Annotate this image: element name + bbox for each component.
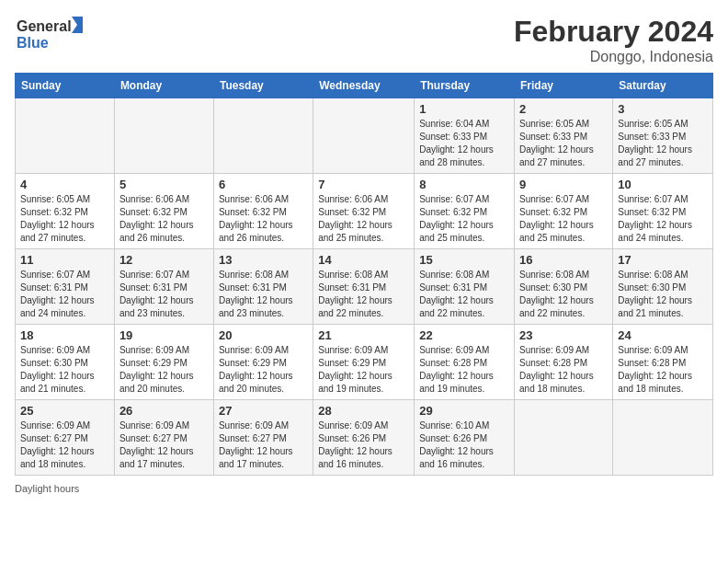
column-header-tuesday: Tuesday [213,74,313,98]
column-header-wednesday: Wednesday [313,74,415,98]
day-number: 15 [419,253,509,267]
calendar-cell: 24Sunrise: 6:09 AM Sunset: 6:28 PM Dayli… [613,325,713,400]
day-number: 6 [219,178,308,191]
day-number: 18 [20,328,109,342]
calendar-cell: 14Sunrise: 6:08 AM Sunset: 6:31 PM Dayli… [313,249,415,325]
day-info: Sunrise: 6:09 AM Sunset: 6:28 PM Dayligh… [419,344,509,396]
calendar-cell: 20Sunrise: 6:09 AM Sunset: 6:29 PM Dayli… [213,325,313,400]
column-header-friday: Friday [515,74,613,98]
header-area: GeneralBlue General Blue February 2024 D… [15,15,713,65]
day-info: Sunrise: 6:08 AM Sunset: 6:30 PM Dayligh… [618,269,708,320]
day-number: 11 [20,253,109,267]
day-number: 22 [419,328,509,342]
calendar-cell: 28Sunrise: 6:09 AM Sunset: 6:26 PM Dayli… [313,400,415,476]
svg-marker-2 [72,17,83,33]
day-number: 19 [119,328,209,342]
calendar-cell: 6Sunrise: 6:06 AM Sunset: 6:32 PM Daylig… [213,174,313,249]
day-number: 20 [219,328,308,342]
day-info: Sunrise: 6:09 AM Sunset: 6:29 PM Dayligh… [219,344,308,396]
day-info: Sunrise: 6:07 AM Sunset: 6:32 PM Dayligh… [519,193,608,245]
day-info: Sunrise: 6:07 AM Sunset: 6:31 PM Dayligh… [20,269,109,320]
calendar-cell [515,400,613,476]
day-info: Sunrise: 6:08 AM Sunset: 6:31 PM Dayligh… [318,269,409,320]
day-info: Sunrise: 6:09 AM Sunset: 6:27 PM Dayligh… [20,419,109,471]
day-info: Sunrise: 6:09 AM Sunset: 6:28 PM Dayligh… [618,344,708,396]
day-info: Sunrise: 6:07 AM Sunset: 6:32 PM Dayligh… [419,193,509,245]
calendar-cell: 18Sunrise: 6:09 AM Sunset: 6:30 PM Dayli… [16,325,115,400]
day-info: Sunrise: 6:09 AM Sunset: 6:29 PM Dayligh… [119,344,209,396]
svg-text:General: General [17,18,72,34]
day-number: 5 [119,178,209,191]
day-info: Sunrise: 6:06 AM Sunset: 6:32 PM Dayligh… [219,193,308,245]
subtitle: Donggo, Indonesia [514,49,713,65]
calendar-table: SundayMondayTuesdayWednesdayThursdayFrid… [15,73,713,476]
calendar-cell: 27Sunrise: 6:09 AM Sunset: 6:27 PM Dayli… [213,400,313,476]
calendar-cell [313,98,415,174]
day-info: Sunrise: 6:05 AM Sunset: 6:32 PM Dayligh… [20,193,109,245]
day-info: Sunrise: 6:08 AM Sunset: 6:31 PM Dayligh… [219,269,308,320]
calendar-cell: 3Sunrise: 6:05 AM Sunset: 6:33 PM Daylig… [613,98,713,174]
calendar-cell: 13Sunrise: 6:08 AM Sunset: 6:31 PM Dayli… [213,249,313,325]
day-number: 12 [119,253,209,267]
logo: GeneralBlue General Blue [15,15,88,52]
day-number: 25 [20,404,109,418]
calendar-cell: 1Sunrise: 6:04 AM Sunset: 6:33 PM Daylig… [415,98,515,174]
day-number: 4 [20,178,109,191]
calendar-cell: 5Sunrise: 6:06 AM Sunset: 6:32 PM Daylig… [114,174,213,249]
day-info: Sunrise: 6:09 AM Sunset: 6:27 PM Dayligh… [219,419,308,471]
header-row: SundayMondayTuesdayWednesdayThursdayFrid… [16,74,713,98]
svg-text:Blue: Blue [17,35,49,51]
day-info: Sunrise: 6:04 AM Sunset: 6:33 PM Dayligh… [419,118,509,169]
column-header-saturday: Saturday [613,74,713,98]
day-info: Sunrise: 6:10 AM Sunset: 6:26 PM Dayligh… [419,419,509,471]
day-info: Sunrise: 6:07 AM Sunset: 6:32 PM Dayligh… [618,193,708,245]
calendar-week-row: 4Sunrise: 6:05 AM Sunset: 6:32 PM Daylig… [16,174,713,249]
calendar-cell: 16Sunrise: 6:08 AM Sunset: 6:30 PM Dayli… [515,249,613,325]
day-info: Sunrise: 6:06 AM Sunset: 6:32 PM Dayligh… [318,193,409,245]
day-number: 14 [318,253,409,267]
day-number: 17 [618,253,708,267]
calendar-cell [613,400,713,476]
calendar-cell [114,98,213,174]
calendar-cell: 15Sunrise: 6:08 AM Sunset: 6:31 PM Dayli… [415,249,515,325]
day-number: 1 [419,102,509,116]
main-title: February 2024 [514,15,713,49]
calendar-cell: 23Sunrise: 6:09 AM Sunset: 6:28 PM Dayli… [515,325,613,400]
day-number: 16 [519,253,608,267]
calendar-cell: 25Sunrise: 6:09 AM Sunset: 6:27 PM Dayli… [16,400,115,476]
day-number: 9 [519,178,608,191]
day-info: Sunrise: 6:09 AM Sunset: 6:27 PM Dayligh… [119,419,209,471]
calendar-cell: 17Sunrise: 6:08 AM Sunset: 6:30 PM Dayli… [613,249,713,325]
day-number: 3 [618,102,708,116]
calendar-cell: 2Sunrise: 6:05 AM Sunset: 6:33 PM Daylig… [515,98,613,174]
column-header-monday: Monday [114,74,213,98]
day-number: 13 [219,253,308,267]
logo-icon: GeneralBlue [15,15,88,52]
day-number: 2 [519,102,608,116]
column-header-thursday: Thursday [415,74,515,98]
calendar-week-row: 1Sunrise: 6:04 AM Sunset: 6:33 PM Daylig… [16,98,713,174]
day-info: Sunrise: 6:09 AM Sunset: 6:26 PM Dayligh… [318,419,409,471]
calendar-cell: 7Sunrise: 6:06 AM Sunset: 6:32 PM Daylig… [313,174,415,249]
day-info: Sunrise: 6:06 AM Sunset: 6:32 PM Dayligh… [119,193,209,245]
calendar-week-row: 11Sunrise: 6:07 AM Sunset: 6:31 PM Dayli… [16,249,713,325]
day-info: Sunrise: 6:08 AM Sunset: 6:31 PM Dayligh… [419,269,509,320]
calendar-cell: 9Sunrise: 6:07 AM Sunset: 6:32 PM Daylig… [515,174,613,249]
day-info: Sunrise: 6:05 AM Sunset: 6:33 PM Dayligh… [519,118,608,169]
day-number: 24 [618,328,708,342]
calendar-week-row: 18Sunrise: 6:09 AM Sunset: 6:30 PM Dayli… [16,325,713,400]
day-info: Sunrise: 6:09 AM Sunset: 6:28 PM Dayligh… [519,344,608,396]
calendar-cell [213,98,313,174]
day-number: 7 [318,178,409,191]
calendar-cell: 21Sunrise: 6:09 AM Sunset: 6:29 PM Dayli… [313,325,415,400]
footer: Daylight hours [15,483,713,494]
calendar-cell: 10Sunrise: 6:07 AM Sunset: 6:32 PM Dayli… [613,174,713,249]
title-area: February 2024 Donggo, Indonesia [514,15,713,65]
calendar-week-row: 25Sunrise: 6:09 AM Sunset: 6:27 PM Dayli… [16,400,713,476]
day-info: Sunrise: 6:08 AM Sunset: 6:30 PM Dayligh… [519,269,608,320]
day-number: 8 [419,178,509,191]
day-info: Sunrise: 6:09 AM Sunset: 6:30 PM Dayligh… [20,344,109,396]
day-number: 21 [318,328,409,342]
calendar-cell: 22Sunrise: 6:09 AM Sunset: 6:28 PM Dayli… [415,325,515,400]
day-info: Sunrise: 6:05 AM Sunset: 6:33 PM Dayligh… [618,118,708,169]
